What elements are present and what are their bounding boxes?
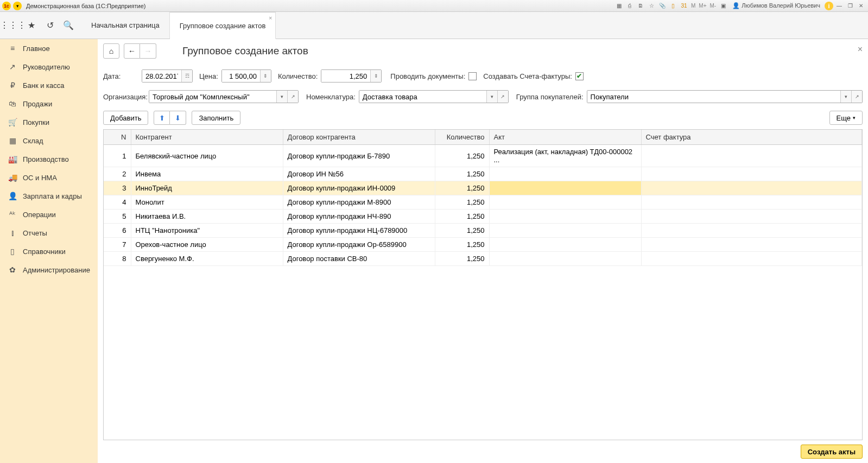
org-field[interactable]: ▾↗: [149, 90, 299, 103]
forward-button[interactable]: →: [140, 43, 156, 59]
favorite-icon[interactable]: ★: [26, 20, 37, 31]
current-user[interactable]: 👤 Любимов Валерий Юрьевич: [729, 2, 823, 9]
move-up-button[interactable]: ⬆: [154, 111, 170, 125]
sidebar-item-2[interactable]: ₽Банк и касса: [0, 76, 98, 94]
cell-invoice: [641, 181, 862, 195]
mem-mplus[interactable]: M+: [698, 3, 707, 9]
back-button[interactable]: ←: [124, 43, 140, 59]
sidebar-item-8[interactable]: 👤Зарплата и кадры: [0, 187, 98, 205]
create-acts-button[interactable]: Создать акты: [801, 445, 863, 459]
home-button[interactable]: ⌂: [103, 43, 119, 59]
sidebar-item-7[interactable]: 🚚ОС и НМА: [0, 168, 98, 187]
tab-start-page[interactable]: Начальная страница: [81, 12, 170, 39]
date-input[interactable]: [142, 70, 181, 82]
tab-group-acts[interactable]: Групповое создание актов ×: [170, 12, 276, 39]
org-input[interactable]: [149, 91, 276, 103]
price-input[interactable]: [222, 70, 260, 82]
add-button[interactable]: Добавить: [103, 111, 148, 125]
page-title: Групповое создание актов: [182, 45, 308, 57]
date-picker-icon[interactable]: ☶: [181, 70, 192, 82]
sidebar-item-3[interactable]: 🛍Продажи: [0, 94, 98, 113]
sidebar-icon: ᴬᵏ: [8, 210, 17, 219]
sidebar-item-5[interactable]: ▦Склад: [0, 131, 98, 150]
page-close-icon[interactable]: ×: [858, 45, 863, 54]
clip-icon[interactable]: 📎: [657, 2, 667, 10]
app-menu-icon[interactable]: ▾: [13, 2, 22, 10]
sidebar-label: Отчеты: [23, 229, 47, 237]
sidebar-item-10[interactable]: ⫿Отчеты: [0, 224, 98, 242]
table-row[interactable]: 1Белявский-частное лицоДоговор купли-про…: [104, 145, 862, 167]
sidebar-item-6[interactable]: 🏭Производство: [0, 150, 98, 168]
nom-open-icon[interactable]: ↗: [497, 91, 508, 103]
search-icon[interactable]: 🔍: [63, 20, 74, 31]
doc-icon[interactable]: 🗎: [636, 2, 645, 10]
table-row[interactable]: 6НТЦ "Нанотроника"Договор купли-продажи …: [104, 224, 862, 238]
col-contractor[interactable]: Контрагент: [131, 130, 283, 145]
qty-stepper-icon[interactable]: ⇕: [370, 70, 381, 82]
col-contract[interactable]: Договор контрагента: [283, 130, 435, 145]
cell-contractor: Монолит: [131, 195, 283, 210]
sidebar-item-1[interactable]: ↗Руководителю: [0, 58, 98, 76]
cell-n: 7: [104, 238, 131, 252]
window-minimize[interactable]: —: [834, 2, 844, 10]
table-row[interactable]: 3ИнноТрейдДоговор купли-продажи ИН-00091…: [104, 181, 862, 195]
col-act[interactable]: Акт: [489, 130, 641, 145]
table-row[interactable]: 8Свергуненко М.Ф.Договор поставки СВ-801…: [104, 252, 862, 266]
sidebar-item-0[interactable]: ≡Главное: [0, 39, 98, 58]
cell-contract: Договор купли-продажи М-8900: [283, 195, 435, 210]
cell-invoice: [641, 224, 862, 238]
tb-icon-1[interactable]: ▦: [614, 2, 624, 10]
panel-icon[interactable]: ▣: [718, 2, 728, 10]
org-open-icon[interactable]: ↗: [287, 91, 298, 103]
nom-input[interactable]: [359, 91, 486, 103]
cell-act: [489, 238, 641, 252]
col-invoice[interactable]: Счет фактура: [641, 130, 862, 145]
calc-icon[interactable]: ▯: [668, 2, 678, 10]
group-open-icon[interactable]: ↗: [851, 91, 862, 103]
move-down-button[interactable]: ⬇: [170, 111, 186, 125]
group-input[interactable]: [587, 91, 840, 103]
cell-act: [489, 210, 641, 224]
window-close[interactable]: ✕: [856, 2, 866, 10]
group-dropdown-icon[interactable]: ▾: [840, 91, 851, 103]
org-dropdown-icon[interactable]: ▾: [276, 91, 287, 103]
sidebar-icon: ≡: [8, 44, 17, 53]
mem-mminus[interactable]: M-: [709, 3, 718, 9]
table-row[interactable]: 5Никитаева И.В.Договор купли-продажи НЧ-…: [104, 210, 862, 224]
sidebar-label: Справочники: [23, 248, 66, 256]
window-restore[interactable]: ❐: [845, 2, 855, 10]
fill-button[interactable]: Заполнить: [192, 111, 240, 125]
sidebar-item-11[interactable]: ▯Справочники: [0, 242, 98, 261]
print-icon[interactable]: ⎙: [625, 2, 635, 10]
sidebar-label: Склад: [23, 137, 43, 145]
col-qty[interactable]: Количество: [435, 130, 489, 145]
sidebar-item-9[interactable]: ᴬᵏОперации: [0, 205, 98, 224]
date-label: Дата:: [103, 72, 138, 80]
table-row[interactable]: 7Орехов-частное лицоДоговор купли-продаж…: [104, 238, 862, 252]
apps-icon[interactable]: ⋮⋮⋮: [8, 20, 18, 31]
nom-field[interactable]: ▾↗: [359, 90, 509, 103]
nom-dropdown-icon[interactable]: ▾: [486, 91, 497, 103]
post-docs-checkbox[interactable]: [468, 72, 477, 80]
qty-input[interactable]: [321, 70, 370, 82]
col-n[interactable]: N: [104, 130, 131, 145]
mem-m[interactable]: M: [690, 3, 696, 9]
info-icon[interactable]: i: [825, 2, 833, 10]
tab-close-icon[interactable]: ×: [269, 15, 272, 21]
sidebar-item-12[interactable]: ✿Администрирование: [0, 261, 98, 279]
create-invoice-checkbox[interactable]: [575, 72, 584, 80]
price-field[interactable]: ⇕: [221, 69, 271, 83]
history-icon[interactable]: ↺: [45, 20, 55, 31]
group-field[interactable]: ▾↗: [587, 90, 863, 103]
star-icon[interactable]: ☆: [647, 2, 656, 10]
table-row[interactable]: 2ИнвемаДоговор ИН №561,250: [104, 167, 862, 181]
table-row[interactable]: 4МонолитДоговор купли-продажи М-89001,25…: [104, 195, 862, 210]
cell-act: [489, 181, 641, 195]
calendar-icon[interactable]: 31: [679, 2, 689, 10]
sidebar-icon: ⫿: [8, 229, 17, 237]
qty-field[interactable]: ⇕: [321, 69, 382, 83]
more-button[interactable]: Еще ▾: [829, 111, 863, 125]
price-stepper-icon[interactable]: ⇕: [260, 70, 271, 82]
date-field[interactable]: ☶: [142, 69, 193, 83]
sidebar-item-4[interactable]: 🛒Покупки: [0, 113, 98, 131]
